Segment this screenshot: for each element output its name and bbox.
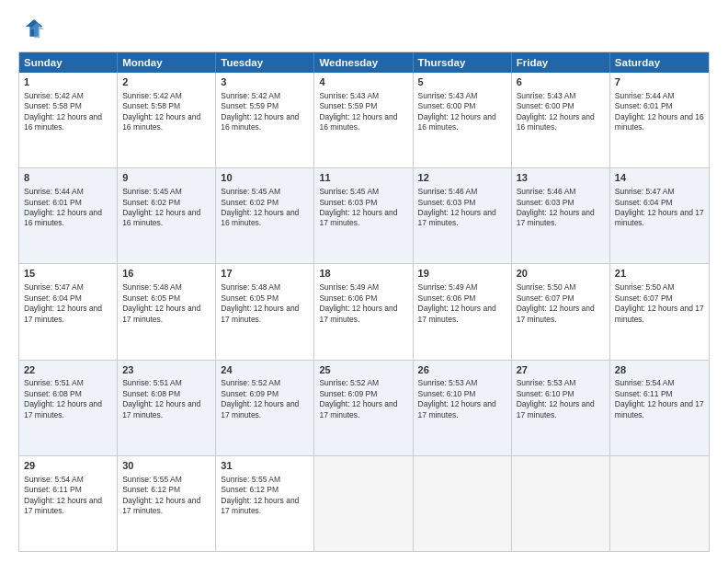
day-number: 22 bbox=[24, 363, 112, 377]
daylight-label: Daylight: 12 hours and 17 minutes. bbox=[418, 399, 496, 419]
day-number: 14 bbox=[615, 171, 704, 185]
calendar-row-4: 22 Sunrise: 5:51 AM Sunset: 6:08 PM Dayl… bbox=[19, 361, 709, 456]
sunrise-label: Sunrise: 5:48 AM bbox=[122, 282, 182, 292]
sunset-label: Sunset: 6:10 PM bbox=[418, 389, 476, 398]
daylight-label: Daylight: 12 hours and 17 minutes. bbox=[418, 304, 496, 323]
sunset-label: Sunset: 6:05 PM bbox=[221, 293, 279, 303]
header bbox=[18, 17, 710, 42]
sunset-label: Sunset: 6:04 PM bbox=[24, 293, 82, 303]
day-cell-1: 1 Sunrise: 5:42 AM Sunset: 5:58 PM Dayli… bbox=[19, 73, 118, 167]
sunrise-label: Sunrise: 5:42 AM bbox=[221, 91, 280, 100]
daylight-label: Daylight: 12 hours and 17 minutes. bbox=[24, 304, 102, 323]
sunset-label: Sunset: 6:02 PM bbox=[221, 198, 279, 207]
day-cell-16: 16 Sunrise: 5:48 AM Sunset: 6:05 PM Dayl… bbox=[118, 264, 216, 359]
sunrise-label: Sunrise: 5:43 AM bbox=[418, 91, 478, 100]
sunrise-label: Sunrise: 5:42 AM bbox=[122, 91, 182, 100]
day-cell-21: 21 Sunrise: 5:50 AM Sunset: 6:07 PM Dayl… bbox=[610, 264, 709, 359]
sunrise-label: Sunrise: 5:51 AM bbox=[24, 378, 84, 387]
sunset-label: Sunset: 5:59 PM bbox=[319, 101, 377, 110]
sunrise-label: Sunrise: 5:46 AM bbox=[517, 187, 576, 196]
day-cell-14: 14 Sunrise: 5:47 AM Sunset: 6:04 PM Dayl… bbox=[610, 168, 709, 263]
day-cell-2: 2 Sunrise: 5:42 AM Sunset: 5:58 PM Dayli… bbox=[118, 73, 216, 167]
sunset-label: Sunset: 6:07 PM bbox=[517, 293, 574, 303]
day-cell-12: 12 Sunrise: 5:46 AM Sunset: 6:03 PM Dayl… bbox=[414, 168, 512, 263]
sunrise-label: Sunrise: 5:54 AM bbox=[24, 475, 84, 484]
day-number: 1 bbox=[24, 75, 112, 89]
daylight-label: Daylight: 12 hours and 16 minutes. bbox=[24, 208, 102, 227]
day-number: 17 bbox=[221, 267, 309, 281]
sunrise-label: Sunrise: 5:49 AM bbox=[418, 282, 478, 292]
sunrise-label: Sunrise: 5:53 AM bbox=[517, 378, 576, 387]
day-cell-25: 25 Sunrise: 5:52 AM Sunset: 6:09 PM Dayl… bbox=[314, 361, 413, 455]
sunrise-label: Sunrise: 5:43 AM bbox=[319, 91, 379, 100]
day-number: 10 bbox=[221, 171, 309, 185]
day-number: 18 bbox=[319, 267, 407, 281]
sunset-label: Sunset: 6:03 PM bbox=[517, 198, 574, 207]
calendar-header: SundayMondayTuesdayWednesdayThursdayFrid… bbox=[19, 52, 709, 73]
day-cell-10: 10 Sunrise: 5:45 AM Sunset: 6:02 PM Dayl… bbox=[216, 168, 314, 263]
empty-cell bbox=[512, 456, 610, 551]
daylight-label: Daylight: 12 hours and 17 minutes. bbox=[319, 208, 397, 227]
sunrise-label: Sunrise: 5:43 AM bbox=[517, 91, 576, 100]
sunset-label: Sunset: 6:12 PM bbox=[221, 485, 279, 494]
calendar-body: 1 Sunrise: 5:42 AM Sunset: 5:58 PM Dayli… bbox=[19, 73, 709, 551]
sunrise-label: Sunrise: 5:52 AM bbox=[221, 378, 280, 387]
daylight-label: Daylight: 12 hours and 17 minutes. bbox=[122, 399, 200, 419]
daylight-label: Daylight: 12 hours and 17 minutes. bbox=[615, 208, 704, 227]
day-number: 15 bbox=[24, 267, 112, 281]
day-cell-5: 5 Sunrise: 5:43 AM Sunset: 6:00 PM Dayli… bbox=[414, 73, 512, 167]
day-cell-28: 28 Sunrise: 5:54 AM Sunset: 6:11 PM Dayl… bbox=[610, 361, 709, 455]
sunrise-label: Sunrise: 5:54 AM bbox=[615, 378, 675, 387]
sunset-label: Sunset: 5:58 PM bbox=[24, 101, 82, 110]
sunset-label: Sunset: 6:07 PM bbox=[615, 293, 673, 303]
day-number: 4 bbox=[319, 75, 407, 89]
day-cell-20: 20 Sunrise: 5:50 AM Sunset: 6:07 PM Dayl… bbox=[512, 264, 610, 359]
sunrise-label: Sunrise: 5:44 AM bbox=[615, 91, 675, 100]
sunset-label: Sunset: 6:11 PM bbox=[615, 389, 673, 398]
day-number: 13 bbox=[517, 171, 605, 185]
day-number: 28 bbox=[615, 363, 704, 377]
calendar-row-5: 29 Sunrise: 5:54 AM Sunset: 6:11 PM Dayl… bbox=[19, 456, 709, 551]
sunset-label: Sunset: 6:08 PM bbox=[24, 389, 82, 398]
sunrise-label: Sunrise: 5:55 AM bbox=[122, 475, 182, 484]
sunset-label: Sunset: 6:03 PM bbox=[418, 198, 476, 207]
daylight-label: Daylight: 12 hours and 17 minutes. bbox=[221, 496, 299, 515]
sunrise-label: Sunrise: 5:50 AM bbox=[615, 282, 675, 292]
day-cell-22: 22 Sunrise: 5:51 AM Sunset: 6:08 PM Dayl… bbox=[19, 361, 118, 455]
daylight-label: Daylight: 12 hours and 17 minutes. bbox=[24, 496, 102, 515]
sunrise-label: Sunrise: 5:45 AM bbox=[221, 187, 280, 196]
day-cell-30: 30 Sunrise: 5:55 AM Sunset: 6:12 PM Dayl… bbox=[118, 456, 216, 551]
sunrise-label: Sunrise: 5:45 AM bbox=[122, 187, 182, 196]
daylight-label: Daylight: 12 hours and 17 minutes. bbox=[517, 399, 595, 419]
daylight-label: Daylight: 12 hours and 17 minutes. bbox=[122, 496, 200, 515]
sunset-label: Sunset: 6:03 PM bbox=[319, 198, 377, 207]
sunset-label: Sunset: 5:59 PM bbox=[221, 101, 279, 110]
daylight-label: Daylight: 12 hours and 16 minutes. bbox=[319, 112, 397, 132]
daylight-label: Daylight: 12 hours and 16 minutes. bbox=[221, 208, 299, 227]
daylight-label: Daylight: 12 hours and 17 minutes. bbox=[122, 304, 200, 323]
daylight-label: Daylight: 12 hours and 16 minutes. bbox=[24, 112, 102, 132]
sunset-label: Sunset: 6:00 PM bbox=[418, 101, 476, 110]
sunset-label: Sunset: 6:01 PM bbox=[24, 198, 82, 207]
day-cell-26: 26 Sunrise: 5:53 AM Sunset: 6:10 PM Dayl… bbox=[414, 361, 512, 455]
daylight-label: Daylight: 12 hours and 16 minutes. bbox=[221, 112, 299, 132]
day-number: 12 bbox=[418, 171, 506, 185]
day-cell-27: 27 Sunrise: 5:53 AM Sunset: 6:10 PM Dayl… bbox=[512, 361, 610, 455]
header-day-saturday: Saturday bbox=[610, 52, 709, 73]
day-number: 26 bbox=[418, 363, 506, 377]
sunrise-label: Sunrise: 5:49 AM bbox=[319, 282, 379, 292]
daylight-label: Daylight: 12 hours and 17 minutes. bbox=[517, 304, 595, 323]
sunset-label: Sunset: 5:58 PM bbox=[122, 101, 180, 110]
calendar-row-1: 1 Sunrise: 5:42 AM Sunset: 5:58 PM Dayli… bbox=[19, 73, 709, 168]
day-cell-24: 24 Sunrise: 5:52 AM Sunset: 6:09 PM Dayl… bbox=[216, 361, 314, 455]
day-cell-15: 15 Sunrise: 5:47 AM Sunset: 6:04 PM Dayl… bbox=[19, 264, 118, 359]
sunset-label: Sunset: 6:06 PM bbox=[418, 293, 476, 303]
logo-icon bbox=[18, 17, 44, 42]
day-cell-19: 19 Sunrise: 5:49 AM Sunset: 6:06 PM Dayl… bbox=[414, 264, 512, 359]
sunrise-label: Sunrise: 5:42 AM bbox=[24, 91, 84, 100]
sunrise-label: Sunrise: 5:50 AM bbox=[517, 282, 576, 292]
sunset-label: Sunset: 6:01 PM bbox=[615, 101, 673, 110]
sunset-label: Sunset: 6:11 PM bbox=[24, 485, 82, 494]
sunrise-label: Sunrise: 5:53 AM bbox=[418, 378, 478, 387]
day-cell-6: 6 Sunrise: 5:43 AM Sunset: 6:00 PM Dayli… bbox=[512, 73, 610, 167]
